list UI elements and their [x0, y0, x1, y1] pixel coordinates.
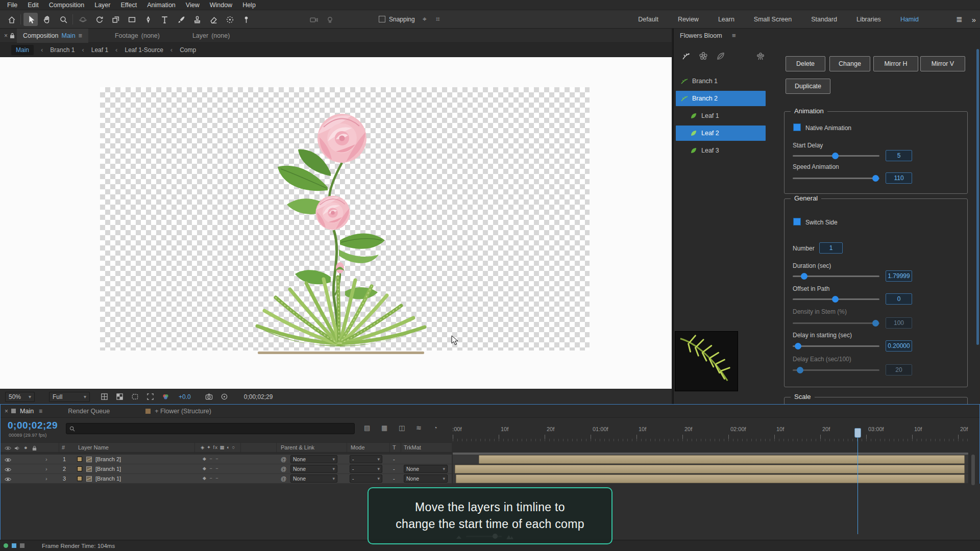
menu-help[interactable]: Help [237, 2, 261, 9]
layer-color-swatch[interactable] [77, 466, 82, 471]
layer-duration-bar-2[interactable] [455, 465, 965, 473]
breadcrumb-main[interactable]: Main [11, 45, 34, 55]
snapping-checkbox[interactable] [379, 16, 385, 22]
shape-tool-icon[interactable] [125, 13, 139, 26]
panel-menu-icon[interactable]: ≡ [79, 32, 82, 39]
change-button[interactable]: Change [829, 56, 870, 71]
tree-item-leaf-2[interactable]: Leaf 2 [676, 126, 766, 141]
expander-icon[interactable]: › [45, 475, 47, 482]
snap-option-icon[interactable]: ⌗ [436, 15, 440, 23]
column-number[interactable]: # [62, 444, 65, 450]
channel-icon[interactable] [159, 392, 172, 402]
viewer-timecode[interactable]: 0;00;02;29 [244, 393, 273, 400]
tree-item-branch-1[interactable]: Branch 1 [676, 73, 766, 89]
breadcrumb-leaf1-source[interactable]: Leaf 1-Source [125, 46, 163, 54]
panel-menu-icon[interactable]: ≡ [732, 32, 736, 39]
tab-layer[interactable]: Layer (none) [186, 29, 236, 43]
time-ruler[interactable]: 0:00f 10f 20f 01:00f 10f 20f 02:00f 10f … [453, 419, 968, 441]
column-trkmat[interactable]: TrkMat [404, 444, 421, 450]
parent-pickwhip-icon[interactable]: @ [281, 475, 286, 482]
layer-name[interactable]: [Branch 1] [95, 466, 121, 472]
workspace-menu-icon[interactable]: ≣ [956, 15, 963, 24]
mask-visibility-icon[interactable] [129, 392, 141, 402]
eye-icon[interactable] [5, 458, 11, 462]
trkmat-dropdown[interactable]: None ▾ [404, 465, 448, 473]
layer-name[interactable]: [Branch 1] [95, 475, 121, 482]
region-of-interest-icon[interactable] [144, 392, 156, 402]
switch-side-checkbox[interactable] [793, 218, 801, 226]
workspace-libraries[interactable]: Libraries [856, 16, 881, 23]
slider-knob[interactable] [872, 175, 879, 182]
parent-pickwhip-icon[interactable]: @ [281, 456, 286, 462]
density-value[interactable]: 100 [886, 317, 912, 329]
draft3d-icon[interactable]: ▦ [381, 424, 387, 432]
brush-tool-icon[interactable] [174, 13, 188, 26]
breadcrumb-leaf1[interactable]: Leaf 1 [91, 46, 108, 54]
t-switch[interactable]: - [393, 456, 395, 462]
orbit-camera-tool-icon[interactable] [76, 13, 90, 26]
parent-pickwhip-icon[interactable]: @ [281, 466, 286, 472]
exposure-value[interactable]: +0.0 [179, 393, 191, 400]
mode-dropdown[interactable]: - ▾ [350, 465, 382, 473]
layer-duration-bar-3[interactable] [456, 474, 965, 483]
column-layer-name[interactable]: Layer Name [78, 444, 109, 450]
tree-item-branch-2[interactable]: Branch 2 [676, 91, 766, 106]
type-tool-icon[interactable] [157, 13, 172, 26]
grid-options-icon[interactable] [98, 392, 110, 402]
offset-in-path-slider[interactable] [793, 298, 879, 300]
layer-duration-bar-1[interactable] [479, 455, 965, 464]
mode-dropdown[interactable]: - ▾ [350, 474, 382, 483]
pan-behind-tool-icon[interactable] [108, 13, 122, 26]
zoom-tool-icon[interactable] [56, 13, 70, 26]
shy-layers-icon[interactable]: ◫ [399, 424, 405, 432]
workspace-review[interactable]: Review [678, 16, 699, 23]
menu-edit[interactable]: Edit [22, 2, 44, 9]
breadcrumb-comp[interactable]: Comp [180, 46, 196, 54]
duplicate-button[interactable]: Duplicate [786, 79, 830, 94]
tab-footage[interactable]: Footage (none) [109, 29, 166, 43]
puppet-pin-tool-icon[interactable] [239, 13, 253, 26]
current-timecode[interactable]: 0;00;02;29 [8, 420, 58, 431]
layer-switches[interactable]: ◆ − − [203, 475, 219, 481]
eraser-tool-icon[interactable] [206, 13, 220, 26]
parent-dropdown[interactable]: None ▾ [290, 465, 337, 473]
timeline-vertical-scrollbar[interactable] [971, 455, 975, 485]
tab-composition[interactable]: Composition Main ≡ [17, 29, 88, 43]
parent-dropdown[interactable]: None ▾ [290, 455, 337, 463]
column-parent-link[interactable]: Parent & Link [281, 444, 314, 450]
tree-item-leaf-1[interactable]: Leaf 1 [676, 108, 766, 123]
slider-knob[interactable] [872, 320, 879, 327]
t-switch[interactable]: - [393, 475, 395, 482]
hand-tool-icon[interactable] [40, 13, 54, 26]
delay-start-value[interactable]: 0.20000 [886, 340, 912, 352]
layer-row-3[interactable]: › 3 [Branch 1] ◆ − − @ None ▾ - ▾ - None… [1, 474, 452, 484]
viewer-horizontal-scrollbar[interactable] [258, 352, 424, 354]
snap-option-icon[interactable]: ⌖ [423, 15, 427, 23]
delay-each-value[interactable]: 20 [886, 364, 912, 375]
menu-file[interactable]: File [2, 2, 22, 9]
column-mode[interactable]: Mode [351, 444, 365, 450]
delete-button[interactable]: Delete [786, 56, 825, 71]
tab-render-queue[interactable]: Render Queue [68, 408, 110, 415]
tab-flower-structure[interactable]: + Flower (Structure) [155, 408, 211, 415]
slider-knob[interactable] [797, 367, 803, 373]
delay-each-slider[interactable] [793, 369, 879, 371]
mini-flowchart-icon[interactable]: ▤ [364, 424, 370, 432]
menu-animation[interactable]: Animation [142, 2, 181, 9]
duration-slider[interactable] [793, 276, 879, 277]
mirror-v-button[interactable]: Mirror V [920, 56, 965, 71]
bouquet-mode-icon[interactable] [753, 49, 768, 63]
light-tool-icon[interactable] [323, 13, 337, 26]
timeline-search-input[interactable] [66, 423, 355, 434]
speed-animation-value[interactable]: 110 [886, 172, 912, 184]
expander-icon[interactable]: › [45, 466, 47, 472]
composition-viewer[interactable] [0, 57, 672, 389]
menu-view[interactable]: View [181, 2, 205, 9]
solo-icon[interactable]: ● [24, 444, 28, 450]
mode-dropdown[interactable]: - ▾ [350, 455, 382, 463]
menu-effect[interactable]: Effect [115, 2, 142, 9]
motion-blur-icon[interactable]: ◔ [433, 424, 437, 432]
camera-tool-icon[interactable] [306, 13, 321, 26]
menu-composition[interactable]: Composition [44, 2, 89, 9]
playhead-handle[interactable] [854, 428, 861, 438]
